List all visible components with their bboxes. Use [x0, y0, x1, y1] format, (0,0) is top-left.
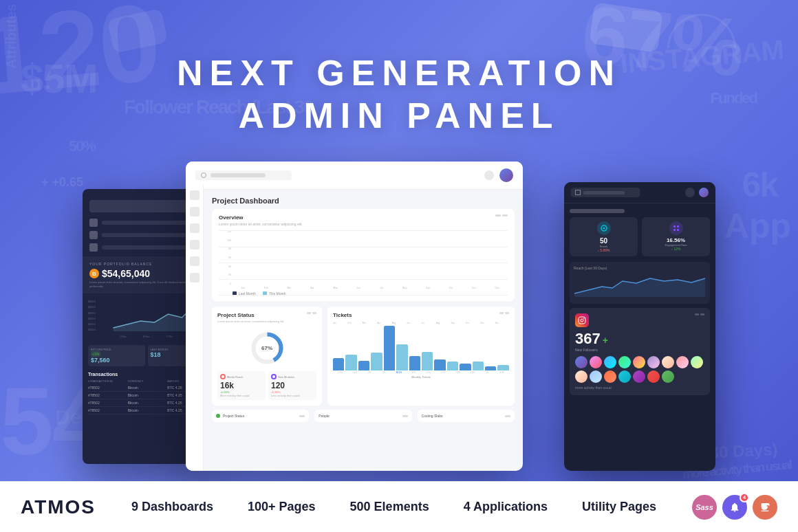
- svg-rect-6: [677, 225, 679, 228]
- avatar: [618, 356, 631, 368]
- overview-desc: Lorem ipsum dolor sit amet, consectetur …: [219, 222, 303, 226]
- overview-title: Overview: [219, 214, 303, 221]
- footer-icons: Sass 4: [692, 495, 777, 520]
- footer-stats: 9 Dashboards 100+ Pages 500 Elements 4 A…: [131, 500, 656, 514]
- btc-icon: B: [89, 269, 99, 278]
- reach-chart-area: Reach (Last 30 Days): [570, 262, 710, 304]
- ig-note: more activity than usual.: [575, 386, 704, 390]
- header-icons: [484, 168, 513, 182]
- svg-rect-7: [673, 229, 676, 231]
- avatar: [647, 370, 660, 383]
- svg-rect-5: [673, 225, 676, 228]
- overview-chart: 0 20 40 60 80 100 120: [219, 230, 508, 296]
- sidebar-icon-5[interactable]: [190, 256, 200, 266]
- footer-stat-applications: 4 Applications: [464, 500, 548, 514]
- ig-followers: 367: [575, 330, 601, 348]
- search-placeholder: [211, 173, 266, 177]
- svg-point-11: [581, 319, 583, 322]
- dashboard-center: Project Dashboard Overview Lorem ipsum d…: [186, 162, 523, 471]
- project-status-title: Project Status: [217, 312, 284, 318]
- tickets-title: Tickets: [333, 312, 352, 318]
- avatar[interactable]: [499, 168, 513, 182]
- center-dashboard-header: [186, 162, 523, 190]
- dashboard-right: 50 Reach ↓ 5.69% 16.56% Engagement: [564, 182, 715, 471]
- project-status-card: Project Status Lorem ipsum dolor sit ame…: [212, 307, 322, 406]
- svg-rect-8: [677, 229, 679, 231]
- avatar: [633, 356, 645, 368]
- avatar: [691, 356, 703, 368]
- avatar: [604, 370, 616, 383]
- page-title: Project Dashboard: [212, 197, 515, 205]
- center-sidebar-strip: [186, 185, 204, 471]
- tickets-bar-chart: [333, 326, 509, 370]
- avatar: [590, 356, 602, 368]
- bottom-grid: Project Status Lorem ipsum dolor sit ame…: [212, 307, 515, 406]
- donut-chart: 67%: [217, 327, 316, 368]
- legend-this-month: This Month: [263, 291, 286, 296]
- overview-section: Overview Lorem ipsum dolor sit amet, con…: [212, 209, 515, 301]
- hero-title-line1: NEXT GENERATION: [177, 53, 621, 93]
- instagram-logo: [575, 313, 589, 327]
- bitcoin-price-card: BITCOIN PRICE +1% $7,560: [88, 345, 145, 366]
- project-status-desc: Lorem ipsum dolor sit amet, consectetur …: [217, 320, 284, 323]
- sidebar-icon-2[interactable]: [190, 207, 200, 217]
- reach-metric: 50 Reach ↓ 5.69%: [570, 217, 638, 256]
- right-header-icons: [685, 188, 709, 197]
- center-main-content: Project Dashboard Overview Lorem ipsum d…: [204, 190, 523, 429]
- avatar: [662, 370, 674, 383]
- footer-stat-pages: 100+ Pages: [248, 500, 316, 514]
- right-dashboard-header: [564, 182, 715, 203]
- notification-bell-icon[interactable]: 4: [722, 495, 747, 520]
- svg-point-12: [583, 318, 585, 320]
- hero-title: NEXT GENERATION ADMIN PANEL: [0, 52, 798, 137]
- tickets-card: Tickets Jan Feb Mar Apr May Jun: [327, 307, 515, 406]
- dashboard-preview-area: YOUR PORTFOLIO BALANCE B $54,65,040 Lore…: [83, 162, 715, 481]
- footer-stat-dashboards: 9 Dashboards: [131, 500, 213, 514]
- right-search[interactable]: [571, 188, 640, 197]
- hero-title-line2: ADMIN PANEL: [238, 96, 559, 135]
- portfolio-amount: $54,65,040: [102, 268, 150, 279]
- avatar: [604, 356, 616, 368]
- sidebar-icon-1[interactable]: [190, 190, 200, 200]
- engagement-metric: 16.56% Engagement Rate ↓ 12%: [642, 217, 710, 256]
- right-avatar[interactable]: [699, 188, 709, 197]
- sidebar-icon-4[interactable]: [190, 240, 200, 250]
- sidebar-icon-6[interactable]: [190, 273, 200, 282]
- center-search[interactable]: [195, 170, 292, 180]
- right-section-title: [570, 209, 710, 213]
- search-icon: [201, 173, 206, 178]
- avatar: [633, 370, 645, 383]
- avatar: [618, 370, 631, 383]
- notification-icon[interactable]: [484, 170, 494, 180]
- brand-logo: ATMOS: [21, 496, 96, 518]
- instagram-card: 367 + New Followers: [570, 308, 710, 395]
- ig-plus: +: [603, 335, 608, 346]
- avatar: [590, 370, 602, 383]
- footer: ATMOS 9 Dashboards 100+ Pages 500 Elemen…: [0, 481, 798, 532]
- avatar: [575, 370, 587, 383]
- sass-icon: Sass: [692, 495, 717, 520]
- donut-percentage: 67%: [261, 345, 272, 351]
- right-notification-icon[interactable]: [685, 188, 695, 197]
- avatar: [662, 356, 674, 368]
- svg-rect-10: [579, 317, 585, 324]
- right-content: 50 Reach ↓ 5.69% 16.56% Engagement: [564, 203, 715, 405]
- metrics-row: 50 Reach ↓ 5.69% 16.56% Engagement: [570, 217, 710, 256]
- avatar: [575, 356, 587, 368]
- sidebar-icon-3[interactable]: [190, 223, 200, 233]
- avatar: [647, 356, 660, 368]
- followers-avatars: [575, 356, 704, 383]
- notification-badge: 4: [740, 493, 749, 502]
- legend-last-month: Last Month: [233, 291, 256, 296]
- footer-stat-elements: 500 Elements: [350, 500, 429, 514]
- footer-stat-utility: Utility Pages: [582, 500, 656, 514]
- ig-label: New Followers: [575, 348, 704, 352]
- coffee-icon: [753, 495, 777, 520]
- avatar: [676, 356, 689, 368]
- svg-point-4: [603, 228, 605, 230]
